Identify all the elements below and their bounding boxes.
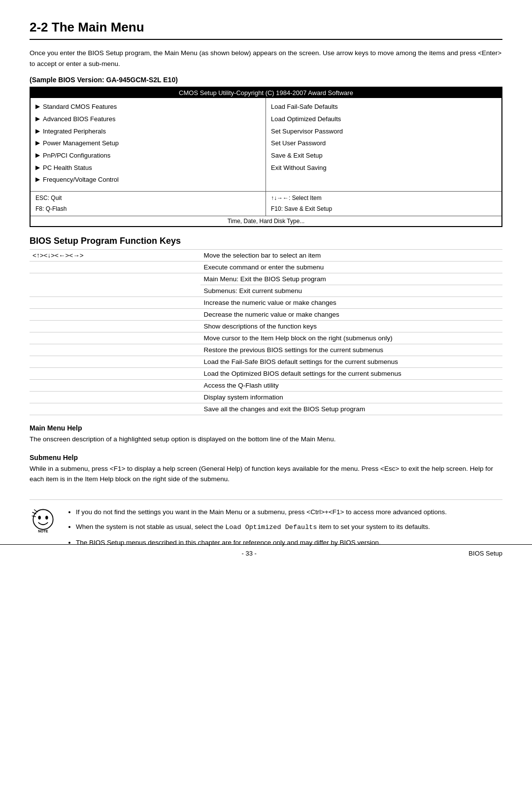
func-key-4 <box>30 309 200 321</box>
note-list: If you do not find the settings you want… <box>67 507 447 548</box>
func-desc-5: Show descriptions of the function keys <box>200 321 502 332</box>
func-key-row-3: Increase the numeric value or make chang… <box>30 297 502 309</box>
func-desc-7: Restore the previous BIOS settings for t… <box>200 344 502 356</box>
func-key-7 <box>30 344 200 356</box>
bios-footer-right: ↑↓→←: Select Item F10: Save & Exit Setup <box>266 192 501 216</box>
bios-footer-left: ESC: Quit F8: Q-Flash <box>31 192 266 216</box>
note-svg-icon: NOTE <box>30 507 57 534</box>
bios-bottom-bar: Time, Date, Hard Disk Type... <box>31 216 501 226</box>
bios-header: CMOS Setup Utility-Copyright (C) 1984-20… <box>31 88 501 98</box>
arrow-icon-4: ▶ <box>35 137 40 149</box>
func-desc-6: Move cursor to the Item Help block on th… <box>200 332 502 344</box>
func-desc-10: Access the Q-Flash utility <box>200 380 502 392</box>
bios-menu-item-1: ▶Standard CMOS Features <box>35 101 261 113</box>
bios-f10-label: F10: Save & Exit Setup <box>271 204 497 215</box>
svg-line-3 <box>34 509 37 512</box>
note-item-2: When the system is not stable as usual, … <box>76 522 447 533</box>
intro-text: Once you enter the BIOS Setup program, t… <box>30 48 502 69</box>
func-key-row-1: Execute command or enter the submenu <box>30 262 502 273</box>
bios-footer: ESC: Quit F8: Q-Flash ↑↓→←: Select Item … <box>31 192 501 216</box>
bios-table: CMOS Setup Utility-Copyright (C) 1984-20… <box>30 87 502 227</box>
function-keys-table: <↑><↓><←><→>Move the selection bar to se… <box>30 249 502 415</box>
svg-point-1 <box>38 516 41 519</box>
note-icon: NOTE <box>30 507 59 535</box>
arrow-icon-6: ▶ <box>35 162 40 173</box>
footer-right: BIOS Setup <box>468 550 502 557</box>
func-desc-9: Load the Optimized BIOS default settings… <box>200 368 502 380</box>
func-key-2 <box>30 273 200 297</box>
bios-menu-label-5: PnP/PCI Configurations <box>43 150 110 162</box>
bios-f8-label: F8: Q-Flash <box>35 204 261 215</box>
func-desc-12: Save all the changes and exit the BIOS S… <box>200 403 502 415</box>
sample-label: (Sample BIOS Version: GA-945GCM-S2L E10) <box>30 76 502 84</box>
func-desc-1: Execute command or enter the submenu <box>200 262 502 273</box>
func-key-row-6: Move cursor to the Item Help block on th… <box>30 332 502 344</box>
func-key-row-4: Decrease the numeric value or make chang… <box>30 309 502 321</box>
submenu-help-title: Submenu Help <box>30 454 502 461</box>
func-key-1 <box>30 262 200 273</box>
arrow-icon-7: ▶ <box>35 174 40 185</box>
func-key-row-7: Restore the previous BIOS settings for t… <box>30 344 502 356</box>
bios-menu-item-3: ▶Integrated Peripherals <box>35 126 261 138</box>
svg-line-5 <box>32 516 36 517</box>
func-key-10 <box>30 380 200 392</box>
func-key-5 <box>30 321 200 332</box>
func-key-9 <box>30 368 200 380</box>
submenu-help-text: While in a submenu, press <F1> to displa… <box>30 463 502 485</box>
func-desc-11: Display system information <box>200 392 502 403</box>
func-key-row-9: Load the Optimized BIOS default settings… <box>30 368 502 380</box>
arrow-icon-1: ▶ <box>35 101 40 112</box>
main-menu-help-title: Main Menu Help <box>30 424 502 432</box>
arrow-icon-5: ▶ <box>35 150 40 161</box>
func-key-row-11: Display system information <box>30 392 502 403</box>
bios-arrows-label: ↑↓→←: Select Item <box>271 193 497 204</box>
bios-menu-item-2: ▶Advanced BIOS Features <box>35 113 261 126</box>
svg-point-0 <box>33 509 53 529</box>
note-item-1: If you do not find the settings you want… <box>76 507 447 518</box>
func-desc-3: Increase the numeric value or make chang… <box>200 297 502 309</box>
func-key-row-5: Show descriptions of the function keys <box>30 321 502 332</box>
bios-menu-label-2: Advanced BIOS Features <box>43 113 115 126</box>
bios-action-item-1: Load Fail-Safe Defaults <box>271 101 497 113</box>
func-key-row-2: Main Menu: Exit the BIOS Setup program <box>30 273 502 285</box>
bios-main-area: ▶Standard CMOS Features ▶Advanced BIOS F… <box>31 98 501 192</box>
page-footer: - 33 - BIOS Setup <box>0 544 532 562</box>
func-desc-0: Move the selection bar to select an item <box>200 250 502 262</box>
footer-center: - 33 - <box>242 550 257 557</box>
func-desc-2-0: Main Menu: Exit the BIOS Setup program <box>200 273 502 285</box>
main-menu-help-text: The onscreen description of a highlighte… <box>30 434 502 445</box>
page-container: 2-2 The Main Menu Once you enter the BIO… <box>0 0 532 572</box>
func-key-3 <box>30 297 200 309</box>
bios-action-item-5: Save & Exit Setup <box>271 150 497 162</box>
func-desc-2-1: Submenus: Exit current submenu <box>200 285 502 297</box>
func-desc-8: Load the Fail-Safe BIOS default settings… <box>200 356 502 368</box>
bios-action-item-3: Set Supervisor Password <box>271 126 497 138</box>
bios-left-column: ▶Standard CMOS Features ▶Advanced BIOS F… <box>31 98 266 191</box>
func-key-row-0: <↑><↓><←><→>Move the selection bar to se… <box>30 250 502 262</box>
bios-action-item-6: Exit Without Saving <box>271 162 497 174</box>
function-keys-title: BIOS Setup Program Function Keys <box>30 236 502 246</box>
func-key-row-8: Load the Fail-Safe BIOS default settings… <box>30 356 502 368</box>
func-key-6 <box>30 332 200 344</box>
func-desc-4: Decrease the numeric value or make chang… <box>200 309 502 321</box>
svg-point-2 <box>45 516 48 519</box>
bios-esc-label: ESC: Quit <box>35 193 261 204</box>
func-key-11 <box>30 392 200 403</box>
load-optimized-inline: Load Optimized Defaults <box>225 524 317 531</box>
bios-right-column: Load Fail-Safe Defaults Load Optimized D… <box>266 98 501 191</box>
page-title: 2-2 The Main Menu <box>30 20 502 40</box>
func-key-row-10: Access the Q-Flash utility <box>30 380 502 392</box>
bios-menu-item-4: ▶Power Management Setup <box>35 137 261 150</box>
bios-menu-label-4: Power Management Setup <box>43 137 119 150</box>
bios-menu-item-7: ▶Frequency/Voltage Control <box>35 174 261 186</box>
bios-menu-item-6: ▶PC Health Status <box>35 162 261 174</box>
func-key-8 <box>30 356 200 368</box>
svg-text:NOTE: NOTE <box>38 529 48 533</box>
func-key-0: <↑><↓><←><→> <box>30 250 200 262</box>
func-key-12 <box>30 403 200 415</box>
bios-menu-label-1: Standard CMOS Features <box>43 101 117 113</box>
arrow-icon-2: ▶ <box>35 113 40 125</box>
bios-action-item-2: Load Optimized Defaults <box>271 113 497 126</box>
bios-action-item-4: Set User Password <box>271 137 497 150</box>
bios-menu-item-5: ▶PnP/PCI Configurations <box>35 150 261 162</box>
